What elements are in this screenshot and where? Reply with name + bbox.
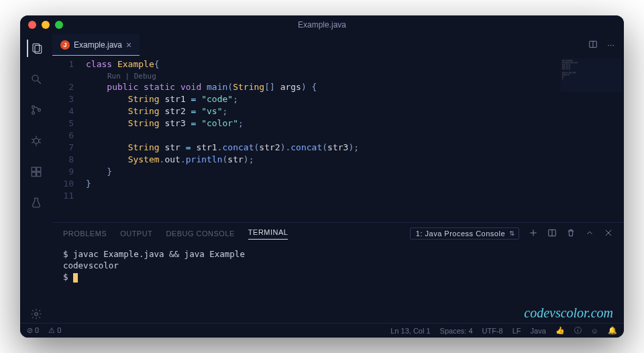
terminal-selector[interactable]: 1: Java Process Console — [410, 228, 519, 240]
file-tab[interactable]: J Example.java × — [52, 34, 140, 56]
terminal-line: codevscolor — [63, 260, 613, 271]
svg-line-3 — [38, 81, 41, 84]
svg-point-18 — [35, 313, 38, 316]
panel-tab-output[interactable]: OUTPUT — [120, 230, 152, 238]
extensions-icon[interactable] — [28, 163, 45, 181]
line-gutter: 1234567891011 — [52, 56, 86, 222]
status-bell-icon[interactable]: 🔔 — [608, 326, 617, 335]
status-eol[interactable]: LF — [513, 327, 521, 335]
more-actions-icon[interactable]: ··· — [607, 40, 614, 51]
watermark: codevscolor.com — [524, 307, 613, 319]
svg-point-7 — [34, 138, 39, 144]
status-encoding[interactable]: UTF-8 — [482, 327, 503, 335]
editor-window: Example.java — [20, 15, 624, 338]
kill-terminal-icon[interactable] — [566, 228, 576, 239]
terminal-line: $ javac Example.java && java Example — [63, 248, 613, 260]
window-controls — [28, 21, 63, 29]
test-icon[interactable] — [28, 194, 45, 211]
debug-icon[interactable] — [28, 132, 45, 150]
panel-tab-terminal[interactable]: TERMINAL — [248, 228, 288, 240]
titlebar: Example.java — [20, 15, 624, 34]
maximize-window-button[interactable] — [55, 21, 63, 29]
tab-actions: ··· — [588, 40, 624, 51]
svg-point-5 — [32, 112, 35, 115]
terminal-line: $ — [63, 271, 613, 283]
maximize-panel-icon[interactable] — [585, 228, 594, 239]
svg-line-12 — [32, 142, 34, 144]
source-control-icon[interactable] — [28, 101, 45, 119]
minimap[interactable]: ████ ██████████ ██████ ████ ████████ ██ … — [561, 58, 621, 92]
code-content[interactable]: class Example{Run | Debug public static … — [86, 56, 624, 222]
main-area: J Example.java × ··· 1234567891011 class… — [20, 34, 624, 323]
code-editor[interactable]: 1234567891011 class Example{Run | Debug … — [52, 56, 624, 222]
svg-rect-15 — [32, 172, 36, 176]
svg-rect-17 — [37, 167, 41, 171]
split-editor-icon[interactable] — [588, 40, 598, 51]
codelens-run-debug[interactable]: Run | Debug — [86, 70, 624, 81]
close-window-button[interactable] — [28, 21, 36, 29]
split-terminal-icon[interactable] — [547, 228, 557, 239]
svg-line-13 — [39, 142, 41, 144]
status-cursor[interactable]: Ln 13, Col 1 — [390, 327, 430, 335]
minimize-window-button[interactable] — [42, 21, 50, 29]
status-feedback-icon[interactable]: 👍 — [555, 326, 565, 335]
explorer-icon[interactable] — [27, 40, 44, 57]
tab-bar: J Example.java × ··· — [52, 34, 624, 56]
close-panel-icon[interactable] — [604, 228, 613, 239]
status-bar: ⊘ 0 ⚠ 0 Ln 13, Col 1 Spaces: 4 UTF-8 LF … — [20, 323, 624, 338]
search-icon[interactable] — [28, 70, 45, 88]
svg-point-2 — [32, 75, 38, 81]
status-smiley-icon[interactable]: ☺ — [591, 327, 598, 335]
status-errors[interactable]: ⊘ 0 — [27, 326, 39, 335]
svg-rect-14 — [32, 167, 36, 171]
status-warnings[interactable]: ⚠ 0 — [48, 326, 61, 335]
panel-tab-debugconsole[interactable]: DEBUG CONSOLE — [166, 230, 234, 238]
svg-line-10 — [32, 139, 34, 140]
java-file-icon: J — [60, 40, 70, 50]
settings-icon[interactable] — [28, 305, 45, 323]
activity-bar — [20, 34, 52, 323]
svg-rect-16 — [37, 172, 41, 176]
status-spaces[interactable]: Spaces: 4 — [440, 327, 473, 335]
window-title: Example.java — [20, 20, 624, 30]
status-lang[interactable]: Java — [531, 327, 546, 335]
svg-point-4 — [32, 106, 35, 109]
status-info-icon[interactable]: ⓘ — [574, 325, 582, 336]
editor-area: J Example.java × ··· 1234567891011 class… — [52, 34, 624, 323]
terminal-cursor — [73, 273, 78, 283]
close-tab-icon[interactable]: × — [126, 40, 131, 50]
bottom-panel: PROBLEMS OUTPUT DEBUG CONSOLE TERMINAL 1… — [52, 222, 624, 323]
panel-tab-problems[interactable]: PROBLEMS — [63, 230, 107, 238]
svg-line-11 — [39, 139, 41, 140]
new-terminal-icon[interactable] — [529, 228, 538, 239]
tab-filename: Example.java — [74, 40, 122, 50]
terminal[interactable]: $ javac Example.java && java Example cod… — [52, 244, 624, 323]
panel-tabs: PROBLEMS OUTPUT DEBUG CONSOLE TERMINAL 1… — [52, 223, 624, 244]
